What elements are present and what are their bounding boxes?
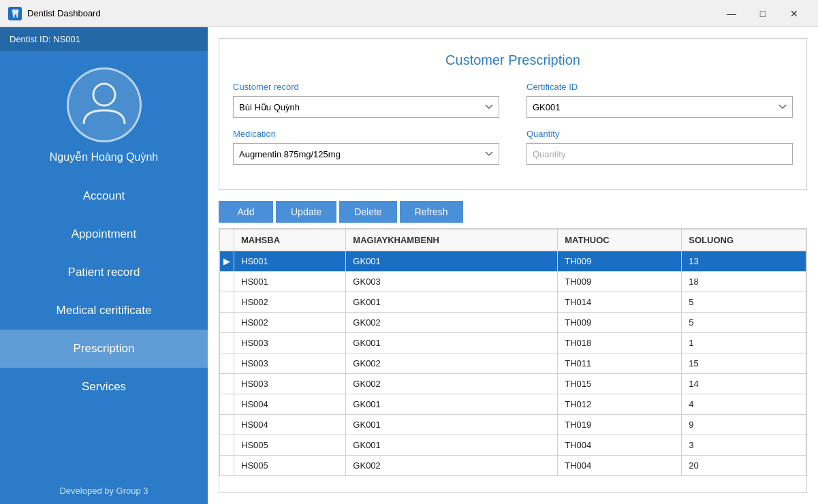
cell-mathuoc: TH018 xyxy=(558,333,682,353)
prescription-table-wrapper: MAHSBA MAGIAYKHAMBENH MATHUOC SOLUONG ▶H… xyxy=(219,228,807,493)
table-row[interactable]: HS003GK001TH0181 xyxy=(220,333,806,353)
sidebar-item-appointment[interactable]: Appointment xyxy=(0,215,208,253)
cell-mahsba: HS001 xyxy=(234,251,346,272)
col-arrow xyxy=(220,230,234,251)
certificate-id-group: Certificate ID GK001 xyxy=(526,82,793,118)
cell-mathuoc: TH012 xyxy=(558,394,682,415)
cell-soluong: 9 xyxy=(682,415,806,435)
row-arrow-cell xyxy=(220,272,234,292)
cell-magiaykhambenh: GK002 xyxy=(346,374,558,394)
table-header-row: MAHSBA MAGIAYKHAMBENH MATHUOC SOLUONG xyxy=(220,230,806,251)
cell-mahsba: HS003 xyxy=(234,353,346,374)
cell-magiaykhambenh: GK002 xyxy=(346,353,558,374)
sidebar-footer: Developed by Group 3 xyxy=(51,477,156,504)
table-row[interactable]: HS005GK001TH0043 xyxy=(220,435,806,456)
customer-record-select[interactable]: Bùi Hữu Quỳnh xyxy=(233,96,499,118)
cell-magiaykhambenh: GK001 xyxy=(346,394,558,415)
update-button[interactable]: Update xyxy=(276,201,336,223)
window-controls: — □ ✕ xyxy=(716,3,810,25)
col-mahsba: MAHSBA xyxy=(234,230,346,251)
cell-mahsba: HS002 xyxy=(234,292,346,313)
cell-mathuoc: TH019 xyxy=(558,415,682,435)
cell-soluong: 18 xyxy=(682,272,806,292)
title-bar: 🦷 Dentist Dashboard — □ ✕ xyxy=(0,0,818,27)
cell-mathuoc: TH009 xyxy=(558,313,682,333)
sidebar-item-account[interactable]: Account xyxy=(0,177,208,215)
minimize-button[interactable]: — xyxy=(716,3,747,25)
table-row[interactable]: HS002GK002TH0095 xyxy=(220,313,806,333)
cell-magiaykhambenh: GK001 xyxy=(346,292,558,313)
app-title: Dentist Dashboard xyxy=(27,8,716,18)
delete-button[interactable]: Delete xyxy=(339,201,396,223)
row-arrow-cell: ▶ xyxy=(220,251,234,272)
cell-mathuoc: TH014 xyxy=(558,292,682,313)
dentist-name: Nguyễn Hoàng Quỳnh xyxy=(43,151,165,163)
customer-record-label: Customer record xyxy=(233,82,499,92)
medication-group: Medication Augmentin 875mg/125mg xyxy=(233,129,499,165)
form-row-1: Customer record Bùi Hữu Quỳnh Certificat… xyxy=(233,82,793,118)
cell-mahsba: HS003 xyxy=(234,374,346,394)
avatar-icon xyxy=(80,78,128,132)
add-button[interactable]: Add xyxy=(219,201,273,223)
avatar xyxy=(67,67,142,142)
action-bar: Add Update Delete Refresh xyxy=(219,201,807,223)
row-arrow-cell xyxy=(220,394,234,415)
table-row[interactable]: HS003GK002TH01514 xyxy=(220,374,806,394)
table-row[interactable]: HS001GK003TH00918 xyxy=(220,272,806,292)
table-row[interactable]: HS004GK001TH0124 xyxy=(220,394,806,415)
close-button[interactable]: ✕ xyxy=(778,3,810,25)
row-arrow-cell xyxy=(220,313,234,333)
maximize-button[interactable]: □ xyxy=(747,3,778,25)
cell-mahsba: HS004 xyxy=(234,415,346,435)
cell-soluong: 13 xyxy=(682,251,806,272)
cell-magiaykhambenh: GK001 xyxy=(346,333,558,353)
table-row[interactable]: HS002GK001TH0145 xyxy=(220,292,806,313)
cell-mathuoc: TH009 xyxy=(558,272,682,292)
main-layout: Dentist ID: NS001 Nguyễn Hoàng Quỳnh Acc… xyxy=(0,27,818,504)
certificate-id-select[interactable]: GK001 xyxy=(526,96,793,118)
cell-soluong: 15 xyxy=(682,353,806,374)
cell-mathuoc: TH004 xyxy=(558,435,682,456)
cell-soluong: 5 xyxy=(682,313,806,333)
cell-soluong: 3 xyxy=(682,435,806,456)
prescription-table: MAHSBA MAGIAYKHAMBENH MATHUOC SOLUONG ▶H… xyxy=(219,229,806,476)
quantity-group: Quantity xyxy=(526,129,793,165)
svg-point-0 xyxy=(93,84,115,106)
row-arrow-cell xyxy=(220,435,234,456)
quantity-input[interactable] xyxy=(526,143,793,165)
sidebar-item-prescription[interactable]: Prescription xyxy=(0,330,208,368)
cell-mathuoc: TH009 xyxy=(558,251,682,272)
refresh-button[interactable]: Refresh xyxy=(400,201,463,223)
cell-magiaykhambenh: GK001 xyxy=(346,251,558,272)
cell-magiaykhambenh: GK001 xyxy=(346,435,558,456)
cell-soluong: 5 xyxy=(682,292,806,313)
cell-magiaykhambenh: GK003 xyxy=(346,272,558,292)
table-row[interactable]: HS004GK001TH0199 xyxy=(220,415,806,435)
cell-mahsba: HS001 xyxy=(234,272,346,292)
row-arrow-cell xyxy=(220,374,234,394)
table-row[interactable]: HS005GK002TH00420 xyxy=(220,456,806,476)
table-row[interactable]: HS003GK002TH01115 xyxy=(220,353,806,374)
row-arrow-cell xyxy=(220,333,234,353)
certificate-id-label: Certificate ID xyxy=(526,82,793,92)
medication-label: Medication xyxy=(233,129,499,139)
form-panel: Customer Prescription Customer record Bù… xyxy=(219,38,807,190)
cell-magiaykhambenh: GK001 xyxy=(346,415,558,435)
row-arrow-cell xyxy=(220,292,234,313)
cell-magiaykhambenh: GK002 xyxy=(346,313,558,333)
table-row[interactable]: ▶HS001GK001TH00913 xyxy=(220,251,806,272)
col-soluong: SOLUONG xyxy=(682,230,806,251)
cell-mahsba: HS003 xyxy=(234,333,346,353)
cell-mahsba: HS004 xyxy=(234,394,346,415)
row-arrow-cell xyxy=(220,456,234,476)
sidebar-item-medical-certificate[interactable]: Medical ceritificate xyxy=(0,292,208,330)
sidebar: Dentist ID: NS001 Nguyễn Hoàng Quỳnh Acc… xyxy=(0,27,208,504)
medication-select[interactable]: Augmentin 875mg/125mg xyxy=(233,143,499,165)
row-arrow-cell xyxy=(220,415,234,435)
content-area: Customer Prescription Customer record Bù… xyxy=(208,27,818,504)
sidebar-item-patient-record[interactable]: Patient record xyxy=(0,253,208,292)
dentist-id: Dentist ID: NS001 xyxy=(0,27,208,51)
cell-mathuoc: TH011 xyxy=(558,353,682,374)
form-title: Customer Prescription xyxy=(233,52,793,68)
sidebar-item-services[interactable]: Services xyxy=(0,368,208,406)
